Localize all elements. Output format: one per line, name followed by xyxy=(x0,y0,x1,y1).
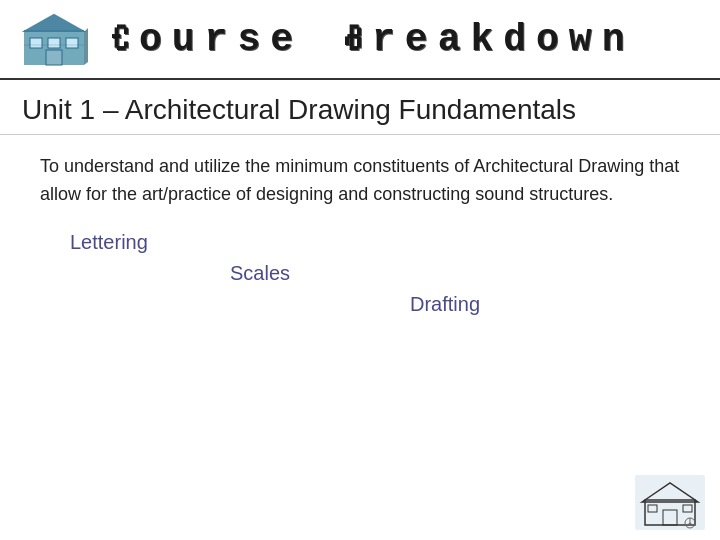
topic-lettering: Lettering xyxy=(70,231,680,254)
bottom-thumbnail xyxy=(635,475,705,530)
svg-rect-5 xyxy=(46,50,62,65)
objective-text: To understand and utilize the minimum co… xyxy=(40,153,680,209)
svg-rect-2 xyxy=(30,38,42,48)
topic-scales: Scales xyxy=(70,262,680,285)
header-bar: Ꞓourse Ꞗreakdown xyxy=(0,0,720,80)
topic-drafting: Drafting xyxy=(70,293,680,316)
svg-marker-1 xyxy=(22,14,86,32)
header-logo xyxy=(20,10,90,70)
page: Ꞓourse Ꞗreakdown Unit 1 – Architectural … xyxy=(0,0,720,540)
unit-title: Unit 1 – Architectural Drawing Fundament… xyxy=(0,80,720,135)
header-word2: Ꞗreakdown xyxy=(343,19,634,61)
header-word1: Ꞓourse xyxy=(110,19,303,61)
svg-marker-9 xyxy=(84,28,88,65)
header-title-row: Ꞓourse Ꞗreakdown xyxy=(110,19,634,61)
svg-rect-4 xyxy=(66,38,78,48)
header-title-block: Ꞓourse Ꞗreakdown xyxy=(110,19,634,61)
svg-rect-3 xyxy=(48,38,60,48)
body-content: To understand and utilize the minimum co… xyxy=(0,135,720,334)
topics-section: Lettering Scales Drafting xyxy=(40,231,680,316)
